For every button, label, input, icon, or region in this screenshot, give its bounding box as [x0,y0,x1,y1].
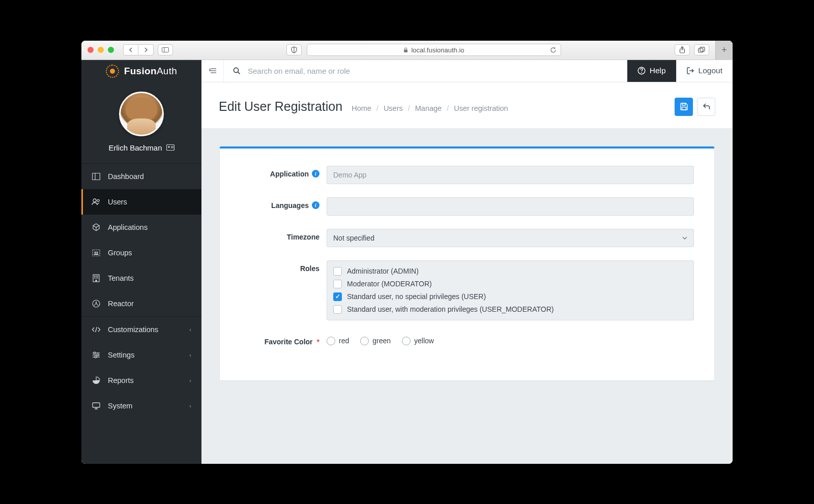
radio-yellow[interactable]: yellow [402,337,434,345]
svg-point-7 [168,146,170,148]
share-button[interactable] [675,44,690,55]
window-zoom-button[interactable] [108,47,114,53]
sidebar-item-system[interactable]: System ‹ [81,393,201,419]
chevron-left-icon: ‹ [189,377,191,383]
timezone-value: Not specified [333,234,374,242]
search-input[interactable] [248,67,618,75]
breadcrumb-users[interactable]: Users [384,104,403,112]
help-icon [637,67,646,75]
radio-green[interactable]: green [360,337,391,345]
info-icon[interactable]: i [312,201,319,209]
search-area [224,60,627,82]
traffic-lights [88,47,114,53]
label-application: Application i [240,166,327,178]
sidebar-item-dashboard[interactable]: Dashboard [81,164,201,189]
row-application: Application i Demo App [240,166,694,184]
address-bar[interactable]: local.fusionauth.io [307,44,561,56]
new-tab-button[interactable]: + [715,41,733,60]
row-languages: Languages i [240,197,694,216]
checkbox[interactable] [333,280,342,288]
header-actions [675,98,715,116]
logo[interactable]: FusionAuth [81,60,201,82]
window-minimize-button[interactable] [98,47,104,53]
radio-red[interactable]: red [327,337,349,345]
privacy-shield-button[interactable] [286,44,302,55]
radio-button[interactable] [360,337,369,345]
sidebar-item-applications[interactable]: Applications [81,215,201,240]
sidebar-item-users[interactable]: Users [81,189,201,215]
role-option-admin[interactable]: Administrator (ADMIN) [333,265,687,278]
label-languages: Languages i [240,197,327,210]
svg-rect-0 [162,48,169,52]
code-icon [92,327,101,333]
applications-icon [92,223,101,231]
main-content: Help Logout Edit User Registration Home … [201,60,733,464]
svg-rect-2 [404,49,408,52]
logout-icon [687,67,694,74]
breadcrumb-current: User registration [454,104,508,112]
checkbox[interactable] [333,267,342,276]
avatar[interactable] [119,92,164,136]
role-option-user-moderator[interactable]: Standard user, with moderation privilege… [333,303,687,316]
sidebar-item-groups[interactable]: Groups [81,240,201,265]
browser-forward-button[interactable] [138,44,154,55]
chevron-down-icon [682,236,687,240]
sidebar-item-reports[interactable]: Reports ‹ [81,368,201,393]
chevron-left-icon: ‹ [189,352,191,358]
sidebar-item-tenants[interactable]: Tenants [81,265,201,291]
radio-label: yellow [414,337,434,345]
sidebar-item-label: Groups [108,249,132,257]
breadcrumb-sep: / [376,104,379,112]
role-option-user[interactable]: Standard user, no special privileges (US… [333,290,687,303]
back-button[interactable] [697,98,715,116]
sidebar-item-label: Settings [108,351,134,359]
breadcrumb-home[interactable]: Home [352,104,371,112]
help-label: Help [650,66,666,75]
logo-icon [106,65,119,78]
svg-rect-23 [96,277,97,278]
window-close-button[interactable] [88,47,94,53]
timezone-select[interactable]: Not specified [327,229,694,247]
svg-point-13 [97,199,99,201]
svg-point-31 [97,354,99,356]
sliders-icon [92,351,101,359]
row-roles: Roles Administrator (ADMIN) Modera [240,260,694,320]
help-button[interactable]: Help [627,60,676,82]
svg-rect-24 [97,277,98,278]
tenants-icon [92,274,101,282]
radio-button[interactable] [327,337,335,345]
reload-icon[interactable] [550,47,557,53]
nav-section-secondary: Customizations ‹ Settings ‹ Reports ‹ [81,316,201,419]
browser-back-button[interactable] [123,44,138,55]
role-label: Standard user, no special privileges (US… [347,292,486,301]
radio-label: red [339,337,349,345]
profile-name-text: Erlich Bachman [108,143,162,152]
svg-rect-34 [93,403,100,407]
nav-section-main: Dashboard Users Applications [81,163,201,316]
sidebar-item-customizations[interactable]: Customizations ‹ [81,317,201,342]
svg-rect-9 [171,147,173,148]
breadcrumb-manage[interactable]: Manage [415,104,442,112]
sidebar-collapse-button[interactable] [201,60,224,82]
role-option-moderator[interactable]: Moderator (MODERATOR) [333,278,687,290]
page-header: Edit User Registration Home / Users / Ma… [201,82,733,128]
tabs-button[interactable] [694,44,709,55]
id-card-icon[interactable] [166,144,175,151]
checkbox[interactable] [333,292,342,301]
sidebar-item-settings[interactable]: Settings ‹ [81,342,201,368]
sidebar-item-label: Customizations [108,325,158,334]
browser-window: local.fusionauth.io + FusionAuth [81,41,733,464]
svg-point-16 [94,251,96,253]
info-icon[interactable]: i [312,170,319,177]
save-button[interactable] [675,98,693,116]
sidebar-item-label: Dashboard [108,172,144,181]
url-text: local.fusionauth.io [411,46,464,54]
languages-field[interactable] [327,197,694,216]
sidebar-item-reactor[interactable]: Reactor [81,291,201,316]
logout-button[interactable]: Logout [676,60,733,82]
checkbox[interactable] [333,305,342,314]
label-roles: Roles [240,260,327,273]
svg-point-27 [96,303,97,304]
radio-button[interactable] [402,337,411,345]
browser-sidebar-button[interactable] [158,44,173,55]
